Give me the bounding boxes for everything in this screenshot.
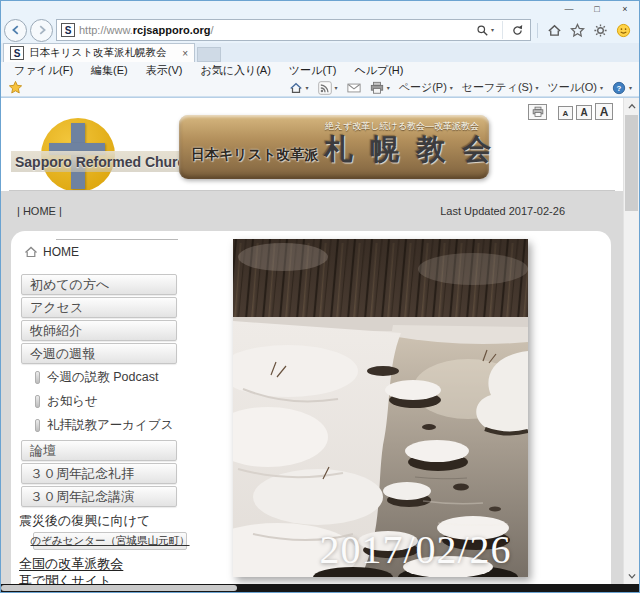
help-menu-button[interactable]: ? ▾ <box>612 81 632 95</box>
scrollbar-thumb[interactable] <box>625 115 638 211</box>
scroll-up-button[interactable] <box>624 98 639 114</box>
horizontal-scrollbar-thumb[interactable] <box>1 585 237 591</box>
page-menu-button[interactable]: ページ(P) ▾ <box>399 80 453 95</box>
chevron-up-icon <box>627 102 637 110</box>
close-button[interactable]: × <box>611 2 639 17</box>
caret-down-icon: ▾ <box>335 85 338 91</box>
smiley-icon <box>616 23 631 38</box>
tab-title: 日本キリスト改革派札幌教会 <box>29 46 177 60</box>
sign-main-text: 日本キリスト改革派 札幌教会 <box>191 130 508 170</box>
sidebar-link-audio-site[interactable]: 耳で聞くサイト <box>19 572 112 584</box>
vertical-scrollbar[interactable] <box>623 98 639 584</box>
sidebar-item-home[interactable]: HOME <box>24 245 79 259</box>
church-sign-banner: 絶えず改革し続ける教会―改革派教会 日本キリスト改革派 札幌教会 <box>179 115 489 179</box>
status-row: | HOME | Last Updated 2017-02-26 <box>1 191 623 231</box>
sidebar-button-first-visit[interactable]: 初めての方へ <box>21 274 177 295</box>
read-mail-button[interactable] <box>347 81 361 95</box>
chevron-down-icon <box>627 572 637 580</box>
content-background: | HOME | Last Updated 2017-02-26 HOME 初め… <box>1 191 623 584</box>
menu-favorites[interactable]: お気に入り(A) <box>191 63 279 78</box>
sidebar-button-30th-worship[interactable]: ３０周年記念礼拝 <box>21 463 177 484</box>
sidebar-button-weekly-bulletin[interactable]: 今週の週報 <box>21 343 177 364</box>
forward-arrow-icon <box>35 23 49 37</box>
favorites-button[interactable] <box>570 23 585 38</box>
sidebar-subitem-news[interactable]: お知らせ <box>35 393 98 410</box>
favorites-bar-button[interactable] <box>8 80 23 95</box>
gold-star-icon <box>8 80 23 95</box>
safety-menu-button[interactable]: セーフティ(S) ▾ <box>462 80 539 95</box>
web-page: A A A Sapporo Reformed Church 絶えず改革し続ける教… <box>1 98 623 584</box>
bottom-edge-bar <box>1 584 639 592</box>
search-icon <box>476 24 489 37</box>
feedback-button[interactable] <box>616 23 631 38</box>
forward-button[interactable] <box>30 19 53 42</box>
menu-file[interactable]: ファイル(F) <box>5 63 82 78</box>
address-bar[interactable]: S http://www.rcjsapporo.org/ ▾ <box>56 19 531 41</box>
settings-button[interactable] <box>593 23 608 38</box>
bullet-icon <box>35 419 40 432</box>
tab-active[interactable]: S 日本キリスト改革派札幌教会 × <box>3 43 195 62</box>
caret-down-icon: ▾ <box>629 85 632 91</box>
bullet-icon <box>35 395 40 408</box>
browser-action-icons <box>537 23 634 38</box>
menu-help[interactable]: ヘルプ(H) <box>345 63 412 78</box>
menu-bar: ファイル(F) 編集(E) 表示(V) お気に入り(A) ツール(T) ヘルプ(… <box>1 62 639 79</box>
caret-down-icon: ▾ <box>450 85 453 91</box>
maximize-button[interactable]: □ <box>583 2 611 17</box>
home-button[interactable] <box>547 23 562 38</box>
logo-text: Sapporo Reformed Church <box>15 154 194 170</box>
refresh-button[interactable] <box>507 20 528 40</box>
sidebar-button-30th-lecture[interactable]: ３０周年記念講演 <box>21 486 177 507</box>
url-text[interactable]: http://www.rcjsapporo.org/ <box>79 24 468 36</box>
sidebar-link-national-churches[interactable]: 全国の改革派教会 <box>19 555 123 573</box>
caret-down-icon: ▾ <box>387 85 390 91</box>
new-tab-button[interactable] <box>197 47 221 62</box>
print-button[interactable]: ▾ <box>370 81 390 95</box>
logo-text-band: Sapporo Reformed Church <box>11 151 183 172</box>
tools-menu-button[interactable]: ツール(O) ▾ <box>548 80 603 95</box>
tab-favicon: S <box>10 46 24 60</box>
sidebar-button-pastor[interactable]: 牧師紹介 <box>21 320 177 341</box>
breadcrumb[interactable]: | HOME | <box>17 205 62 217</box>
home-icon <box>289 81 303 95</box>
navigation-bar: S http://www.rcjsapporo.org/ ▾ <box>1 17 639 43</box>
sign-prefix: 日本キリスト改革派 <box>191 146 318 164</box>
command-bar-right: ▾ ▾ ▾ ページ(P) ▾ セーフティ(S) ▾ ツール(O) <box>289 80 632 95</box>
mail-icon <box>347 81 361 95</box>
printer-icon <box>370 81 384 95</box>
search-caret-icon: ▾ <box>491 27 494 33</box>
back-button[interactable] <box>4 19 27 42</box>
church-logo[interactable]: Sapporo Reformed Church <box>17 118 183 196</box>
sign-title: 札幌教会 <box>324 130 508 170</box>
caret-down-icon: ▾ <box>600 85 603 91</box>
feeds-button[interactable]: ▾ <box>318 81 338 95</box>
photo-date-overlay: 2017/02/26 <box>303 526 528 573</box>
menu-view[interactable]: 表示(V) <box>137 63 192 78</box>
home-page-button[interactable]: ▾ <box>289 81 309 95</box>
search-button[interactable]: ▾ <box>472 20 498 40</box>
bullet-icon <box>35 371 40 384</box>
minimize-button[interactable]: — <box>555 2 583 17</box>
winter-river-photo: 2017/02/26 <box>233 239 528 577</box>
printer-icon <box>532 106 544 118</box>
star-icon <box>570 23 585 38</box>
caret-down-icon: ▾ <box>536 85 539 91</box>
sidebar-subitem-podcast[interactable]: 今週の説教 Podcast <box>35 369 158 386</box>
sidebar-subitem-sermon-archives[interactable]: 礼拝説教アーカイブス <box>35 417 173 434</box>
rss-icon <box>318 81 332 95</box>
home-icon <box>547 23 562 38</box>
back-arrow-icon <box>9 23 23 37</box>
site-favicon: S <box>61 23 75 37</box>
house-icon <box>24 245 38 259</box>
sidebar-button-access[interactable]: アクセス <box>21 297 177 318</box>
sidebar-button-nozomi-center[interactable]: のぞみセンター（宮城県山元町） <box>33 532 187 550</box>
title-bar: — □ × <box>1 1 639 17</box>
browser-viewport: A A A Sapporo Reformed Church 絶えず改革し続ける教… <box>1 97 639 584</box>
help-icon: ? <box>612 81 626 95</box>
refresh-icon <box>511 24 524 37</box>
menu-edit[interactable]: 編集(E) <box>82 63 137 78</box>
menu-tools[interactable]: ツール(T) <box>280 63 346 78</box>
sidebar-button-rondan[interactable]: 論壇 <box>21 440 177 461</box>
tab-close-icon[interactable]: × <box>182 48 188 59</box>
scroll-down-button[interactable] <box>624 568 639 584</box>
